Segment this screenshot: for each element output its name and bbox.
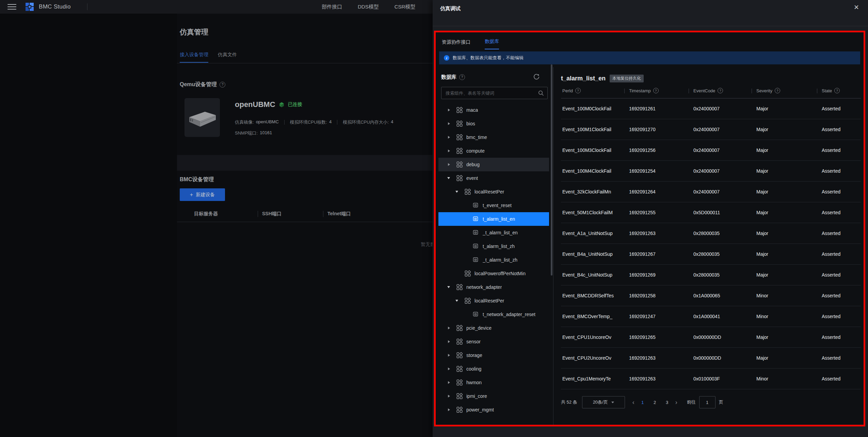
table-row[interactable]: Event_Cpu1MemoryTe16920912630x0100003FMi… <box>561 369 861 389</box>
cell-State: Asserted <box>817 147 861 153</box>
help-icon[interactable]: ? <box>718 88 723 93</box>
table-row[interactable]: Event_A1a_UnitNotSup16920912630x28000035… <box>561 223 861 244</box>
drawer-tab-0[interactable]: 资源协作接口 <box>442 39 470 49</box>
table-row[interactable]: Event_50M1ClockFailM16920912550x5D000011… <box>561 202 861 223</box>
help-icon[interactable]: ? <box>575 88 581 93</box>
bmc-section-title: BMC设备管理 <box>180 176 214 183</box>
search-input[interactable] <box>445 90 538 96</box>
caret-right-icon[interactable] <box>447 340 456 343</box>
tree-item-maca[interactable]: maca <box>438 103 549 117</box>
tree-item-localResetPer[interactable]: localResetPer <box>438 185 549 199</box>
tree-item-t_alarm_list_zh[interactable]: t_alarm_list_zh <box>438 239 549 253</box>
tree-item-_t_alarm_list_zh[interactable]: _t_alarm_list_zh <box>438 253 549 267</box>
table-row[interactable]: Event_BMCDDRSelfTes16920912580x1A000065M… <box>561 285 861 306</box>
field-value: openUBMC <box>256 119 279 125</box>
table-icon <box>472 229 479 236</box>
caret-right-icon[interactable] <box>447 395 456 397</box>
topbar-menu-item-2[interactable]: CSR模型 <box>395 4 416 10</box>
new-device-button[interactable]: + 新建设备 <box>180 188 225 201</box>
drawer-title: 仿真调试 <box>440 5 461 12</box>
table-row[interactable]: Event_BMCOverTemp_16920912470x1A000041Mi… <box>561 306 861 327</box>
page-number-2[interactable]: 2 <box>650 400 660 405</box>
tree-item-event[interactable]: event <box>438 171 549 185</box>
tree-item-network_adapter[interactable]: network_adapter <box>438 280 549 294</box>
caret-right-icon[interactable] <box>447 150 456 152</box>
table-row[interactable]: Event_B4a_UnitNotSup16920912670x28000035… <box>561 244 861 265</box>
caret-down-icon[interactable] <box>447 286 456 288</box>
qemu-device-card: openUBMC 已连接 仿真镜像: openUBMC 模拟环 <box>184 98 393 137</box>
page-number-3[interactable]: 3 <box>662 400 672 405</box>
tree-item-bios[interactable]: bios <box>438 117 549 130</box>
caret-right-icon[interactable] <box>447 163 456 166</box>
page-number-1[interactable]: 1 <box>638 400 647 405</box>
caret-right-icon[interactable] <box>447 368 456 370</box>
refresh-icon[interactable] <box>533 73 540 81</box>
table-row[interactable]: Event_100M0ClockFail16920912610x24000007… <box>561 98 861 119</box>
tree-search-box[interactable] <box>441 87 548 99</box>
next-page-button[interactable]: › <box>675 399 677 405</box>
table-row[interactable]: Event_100M3ClockFail16920912560x24000007… <box>561 140 861 161</box>
tree-item-cooling[interactable]: cooling <box>438 362 549 376</box>
main-tab-0[interactable]: 接入设备管理 <box>180 52 208 63</box>
table-title: t_alarm_list_en <box>561 75 606 82</box>
tree-item-localResetPer[interactable]: localResetPer <box>438 294 549 308</box>
main-tab-1[interactable]: 仿真文件 <box>218 52 237 63</box>
goto-page-input[interactable]: 1 <box>699 396 716 408</box>
column-header-PerId: PerId? <box>561 88 624 93</box>
tree-item-t_network_adapter_reset[interactable]: t_network_adapter_reset <box>438 308 549 321</box>
tree-item-_t_alarm_list_en[interactable]: _t_alarm_list_en <box>438 226 549 239</box>
tree-item-compute[interactable]: compute <box>438 144 549 158</box>
tree-item-debug[interactable]: debug <box>438 158 549 171</box>
hamburger-menu-icon[interactable] <box>7 4 16 10</box>
topbar-menu-item-0[interactable]: 部件接口 <box>322 4 342 10</box>
help-icon[interactable]: ? <box>220 82 225 88</box>
tree-item-power_mgmt[interactable]: power_mgmt <box>438 403 549 417</box>
caret-down-icon[interactable] <box>455 191 464 193</box>
drawer-tab-1[interactable]: 数据库 <box>485 38 499 49</box>
tree-item-storage[interactable]: storage <box>438 348 549 362</box>
table-row[interactable]: Event_32kClockFailMn16920912640x24000007… <box>561 182 861 202</box>
tree-item-hwmon[interactable]: hwmon <box>438 376 549 389</box>
cell-Severity: Minor <box>752 314 817 319</box>
table-row[interactable]: Event_B4c_UnitNotSup16920912690x28000035… <box>561 265 861 285</box>
caret-down-icon[interactable] <box>447 177 456 179</box>
cell-Timestamp: 1692091264 <box>624 189 689 194</box>
topbar-menu-item-1[interactable]: DDS模型 <box>358 4 379 10</box>
tree-scrollbar[interactable] <box>551 64 552 276</box>
table-row[interactable]: Event_CPU1UncoreOv16920912650x000000DDMa… <box>561 327 861 348</box>
cell-EventCode: 0x1A000041 <box>689 314 752 319</box>
caret-right-icon[interactable] <box>447 327 456 329</box>
caret-right-icon[interactable] <box>447 354 456 357</box>
prev-page-button[interactable]: ‹ <box>632 399 634 405</box>
table-row[interactable]: Event_Cpu2MemoryTe16920912620x0100003FMi… <box>561 389 861 391</box>
tree-item-t_event_reset[interactable]: t_event_reset <box>438 199 549 212</box>
caret-right-icon[interactable] <box>447 136 456 139</box>
caret-right-icon[interactable] <box>447 408 456 411</box>
help-icon[interactable]: ? <box>653 88 659 93</box>
help-icon[interactable]: ? <box>775 88 780 93</box>
tree-item-t_alarm_list_en[interactable]: t_alarm_list_en <box>438 212 549 226</box>
component-icon <box>456 161 463 168</box>
tree-item-pcie_device[interactable]: pcie_device <box>438 321 549 335</box>
close-icon[interactable]: ✕ <box>854 4 859 11</box>
help-icon[interactable]: ? <box>459 74 465 80</box>
caret-right-icon[interactable] <box>447 122 456 125</box>
caret-down-icon[interactable] <box>455 300 464 302</box>
search-icon[interactable] <box>538 90 544 96</box>
page-size-select[interactable]: 20条/页 <box>582 396 625 408</box>
table-title-row: t_alarm_list_en 本地复位持久化 <box>561 75 861 82</box>
table-row[interactable]: Event_100M1ClockFail16920912700x24000007… <box>561 119 861 140</box>
component-icon <box>456 134 463 141</box>
cell-Severity: Major <box>752 210 817 215</box>
caret-right-icon[interactable] <box>447 381 456 384</box>
tree-item-localPoweroffPerNotMin[interactable]: localPoweroffPerNotMin <box>438 267 549 280</box>
tree-item-sensor[interactable]: sensor <box>438 335 549 348</box>
tree-item-ipmi_core[interactable]: ipmi_core <box>438 389 549 403</box>
tree-item-bmc_time[interactable]: bmc_time <box>438 130 549 144</box>
goto-label: 前往 <box>687 399 696 405</box>
table-row[interactable]: Event_CPU2UncoreOv16920912630x000000DDMa… <box>561 348 861 369</box>
table-row[interactable]: Event_100M4ClockFail16920912540x24000007… <box>561 161 861 182</box>
new-device-button-label: 新建设备 <box>196 192 215 198</box>
caret-right-icon[interactable] <box>447 109 456 111</box>
help-icon[interactable]: ? <box>834 88 840 93</box>
